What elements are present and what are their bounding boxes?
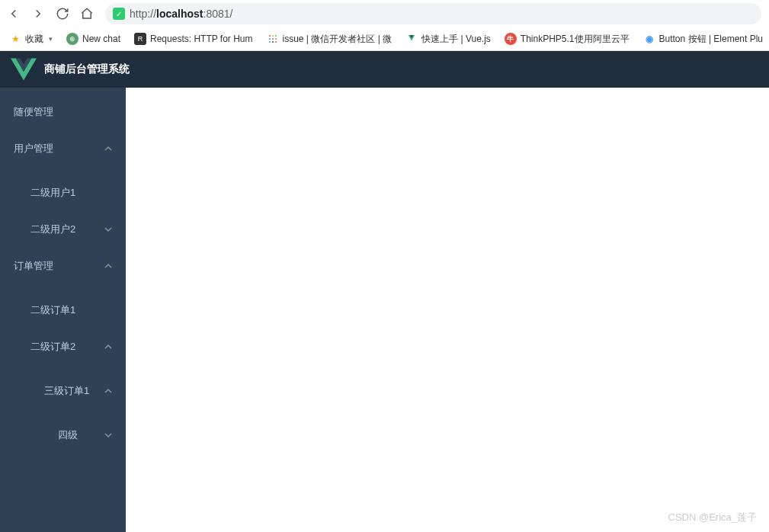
sidebar-item-user[interactable]: 用户管理 (0, 130, 126, 167)
bookmark-vuejs[interactable]: 快速上手 | Vue.js (399, 30, 497, 49)
star-icon: ★ (9, 33, 21, 45)
bookmark-label: issue | 微信开发者社区 | 微 (283, 33, 393, 46)
browser-nav-row: ✓ http://localhost:8081/ (0, 0, 769, 27)
sidebar-item-user-sub2[interactable]: 二级用户2 (0, 211, 126, 248)
sidebar-item-user-sub1[interactable]: 二级用户1 (0, 175, 126, 211)
security-shield-icon: ✓ (113, 8, 125, 20)
bookmark-label: ThinkPHP5.1使用阿里云平 (521, 33, 630, 46)
chevron-up-icon (104, 262, 112, 270)
menu-label: 二级订单1 (30, 303, 75, 317)
url-text: http://localhost:8081/ (130, 8, 232, 20)
chevron-down-icon (104, 226, 112, 233)
sidebar-item-order-sub1[interactable]: 二级订单1 (0, 292, 126, 328)
vue-logo-icon (11, 56, 37, 82)
menu-label: 随便管理 (14, 105, 53, 119)
browser-chrome: ✓ http://localhost:8081/ ★ 收藏 ▾ ⊕ New ch… (0, 0, 769, 51)
bookmark-requests[interactable]: R Requests: HTTP for Hum (128, 30, 258, 48)
bookmark-favorites[interactable]: ★ 收藏 ▾ (3, 30, 59, 49)
url-bar[interactable]: ✓ http://localhost:8081/ (105, 3, 761, 24)
chevron-up-icon (104, 145, 112, 152)
sidebar-item-order-sub2-sub1[interactable]: 三级订单1 (0, 373, 126, 409)
menu-label: 三级订单1 (44, 384, 89, 398)
bookmark-newchat[interactable]: ⊕ New chat (60, 30, 127, 48)
bookmarks-bar: ★ 收藏 ▾ ⊕ New chat R Requests: HTTP for H… (0, 27, 769, 50)
menu-label: 用户管理 (14, 142, 53, 155)
sidebar: 随便管理 用户管理 二级用户1 二级用户2 订单管理 二级订单1 二级订单2 (0, 88, 126, 532)
chevron-down-icon (104, 431, 112, 439)
app-body: 随便管理 用户管理 二级用户1 二级用户2 订单管理 二级订单1 二级订单2 (0, 88, 769, 532)
bookmark-label: Requests: HTTP for Hum (150, 34, 252, 44)
dots-icon (267, 33, 279, 45)
menu-label: 四级 (58, 428, 78, 442)
bookmark-label: 收藏 (25, 33, 43, 46)
menu-label: 二级订单2 (30, 340, 75, 354)
sidebar-item-order[interactable]: 订单管理 (0, 248, 126, 284)
home-button[interactable] (76, 3, 98, 24)
requests-icon: R (134, 33, 146, 45)
back-button[interactable] (3, 3, 24, 24)
thinkphp-icon: 牛 (505, 33, 517, 45)
content-area (126, 88, 769, 532)
menu-label: 二级用户1 (30, 186, 75, 200)
sidebar-item-random[interactable]: 随便管理 (0, 94, 126, 130)
bookmark-label: New chat (82, 34, 120, 44)
chevron-down-icon: ▾ (49, 35, 53, 43)
vue-icon (405, 33, 418, 45)
element-icon: ◉ (643, 33, 655, 45)
reload-button[interactable] (52, 3, 73, 24)
sidebar-item-order-level4[interactable]: 四级 (0, 417, 126, 453)
bookmark-label: Button 按钮 | Element Plu (659, 33, 764, 46)
chat-icon: ⊕ (66, 33, 79, 45)
app-header: 商铺后台管理系统 (0, 51, 769, 88)
menu-label: 二级用户2 (30, 223, 75, 236)
bookmark-thinkphp[interactable]: 牛 ThinkPHP5.1使用阿里云平 (498, 30, 636, 49)
bookmark-issue[interactable]: issue | 微信开发者社区 | 微 (261, 30, 399, 49)
chevron-up-icon (104, 387, 112, 395)
chevron-up-icon (104, 343, 112, 351)
app-container: 商铺后台管理系统 随便管理 用户管理 二级用户1 二级用户2 订单管理 (0, 51, 769, 532)
sidebar-item-order-sub2[interactable]: 二级订单2 (0, 328, 126, 365)
app-title: 商铺后台管理系统 (44, 62, 130, 76)
menu-label: 订单管理 (14, 259, 53, 273)
bookmark-label: 快速上手 | Vue.js (421, 33, 491, 46)
bookmark-element[interactable]: ◉ Button 按钮 | Element Plu (637, 30, 769, 49)
forward-button[interactable] (27, 3, 49, 24)
